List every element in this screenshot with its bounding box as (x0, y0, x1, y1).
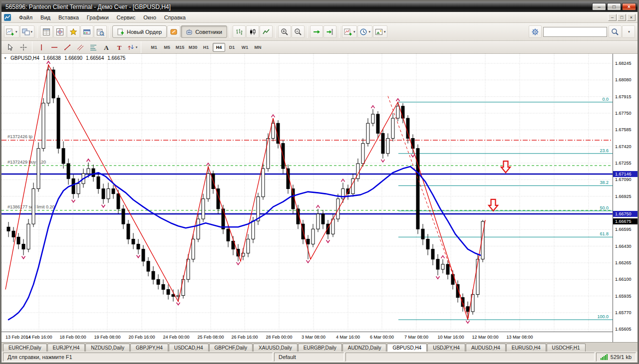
price-tick-label: 1.67915 (615, 94, 632, 99)
chart-tab-AUDUSD,H4[interactable]: AUDUSD,H4 (466, 344, 506, 352)
timeframe-M1-button[interactable]: M1 (148, 43, 160, 52)
market-watch-button[interactable] (40, 25, 53, 38)
chart-tab-USDJPY,H4[interactable]: USDJPY,H4 (427, 344, 465, 352)
crosshair-button[interactable] (17, 42, 29, 52)
timeframe-M5-button[interactable]: M5 (161, 43, 173, 52)
trendline-button[interactable] (61, 42, 73, 52)
strategy-tester-button[interactable] (94, 25, 107, 38)
timeframe-H1-button[interactable]: H1 (200, 43, 212, 52)
data-window-button[interactable] (53, 25, 66, 38)
chart-tab-AUDNZD,Daily[interactable]: AUDNZD,Daily (342, 344, 387, 352)
horizontal-line-button[interactable] (48, 42, 60, 52)
chart-tab-GBPJPY,H4[interactable]: GBPJPY,H4 (130, 344, 168, 352)
label-button[interactable]: T (113, 42, 125, 52)
new-order-button[interactable]: Новый Ордер (112, 25, 167, 38)
close-button[interactable]: × (622, 3, 636, 10)
arrows-tool-button[interactable] (126, 42, 138, 52)
chart-tab-XAUUSD,Daily[interactable]: XAUUSD,Daily (253, 344, 298, 352)
navigator-button[interactable] (67, 25, 80, 38)
price-tick-label: 1.68080 (615, 77, 632, 82)
price-tick-label: 1.65605 (615, 327, 632, 332)
timeframe-M15-button[interactable]: M15 (174, 43, 186, 52)
search-options-button[interactable] (622, 25, 635, 38)
chart-tab-EURGBP,Daily[interactable]: EURGBP,Daily (298, 344, 342, 352)
chart-tab-EURUSD,H4[interactable]: EURUSD,H4 (506, 344, 546, 352)
fractals-layer (22, 61, 470, 323)
chart-open-value: 1.66638 (43, 55, 61, 61)
timeframe-W1-button[interactable]: W1 (239, 43, 251, 52)
zoom-out-button[interactable] (292, 25, 305, 38)
settings-gear-button[interactable] (529, 25, 542, 38)
mdi-restore-button[interactable]: □ (618, 14, 626, 21)
chart-line-button[interactable] (260, 25, 273, 38)
price-axis[interactable]: 1.682451.680801.679151.677501.675851.674… (613, 54, 638, 342)
chart-candles-button[interactable] (246, 25, 259, 38)
fibonacci-layer: 0.023.638.250.061.8100.0 (398, 97, 613, 320)
svg-text:38.2: 38.2 (600, 180, 609, 185)
zoom-in-button[interactable] (278, 25, 291, 38)
auto-scroll-button[interactable] (310, 25, 323, 38)
chart-tab-GBPCHF,Daily[interactable]: GBPCHF,Daily (209, 344, 253, 352)
chart-symbol-label: GBPUSD,H4 (10, 55, 39, 61)
cursor-button[interactable] (4, 42, 16, 52)
advisors-button[interactable]: Советники (181, 25, 227, 38)
indicators-button[interactable] (342, 25, 357, 38)
chart-tab-NZDUSD,Daily[interactable]: NZDUSD,Daily (85, 344, 130, 352)
menu-item-Справка[interactable]: Справка (160, 13, 190, 22)
menu-bar: ФайлВидВставкаГрафикиСервисОкноСправка –… (1, 12, 638, 23)
terminal-panel-button[interactable] (80, 25, 93, 38)
text-button[interactable]: A (100, 42, 112, 52)
time-tick-label: 7 Mar 08:00 (404, 335, 428, 340)
svg-text:50.0: 50.0 (600, 205, 609, 210)
maximize-button[interactable]: □ (607, 3, 621, 10)
price-level-box: 1.66750 (613, 211, 638, 217)
arrows-tool-icon (127, 43, 135, 51)
minimize-button[interactable]: – (592, 3, 606, 10)
price-tick-label: 1.67420 (615, 144, 632, 149)
menu-item-Сервис[interactable]: Сервис (113, 13, 140, 22)
fibonacci-button[interactable] (87, 42, 99, 52)
timeframe-MN-button[interactable]: MN (252, 43, 264, 52)
timeframe-M30-button[interactable]: M30 (187, 43, 199, 52)
search-button[interactable] (609, 25, 622, 38)
timeframe-H4-button[interactable]: H4 (213, 43, 225, 52)
svg-text:0.0: 0.0 (602, 97, 609, 102)
chart-tab-EURJPY,H4[interactable]: EURJPY,H4 (47, 344, 85, 352)
menu-item-Файл[interactable]: Файл (15, 13, 36, 22)
chart-tab-USDCHF,H1[interactable]: USDCHF,H1 (547, 344, 586, 352)
timeframe-D1-button[interactable]: D1 (226, 43, 238, 52)
timeframe-group: M1M5M15M30H1H4D1W1MN (148, 43, 264, 52)
vertical-line-button[interactable] (35, 42, 47, 52)
chart-tab-GBPUSD,H4[interactable]: GBPUSD,H4 (387, 344, 427, 352)
new-chart-button[interactable] (4, 25, 19, 38)
chart-tab-EURCHF,Daily[interactable]: EURCHF,Daily (3, 344, 47, 352)
menu-item-Вставка[interactable]: Вставка (54, 13, 83, 22)
chart-area: 0.023.638.250.061.8100.0#1372426 tp#1372… (1, 54, 638, 342)
price-tick-label: 1.67750 (615, 111, 632, 116)
status-profile[interactable]: Default (274, 353, 344, 362)
chart-candles-icon (249, 28, 257, 36)
search-input[interactable] (543, 27, 607, 37)
chart-plot[interactable]: 0.023.638.250.061.8100.0#1372426 tp#1372… (1, 54, 613, 332)
chart-collapse-icon[interactable]: ▼ (3, 56, 7, 60)
time-axis[interactable]: 13 Feb 201414 Feb 16:0018 Feb 00:0019 Fe… (1, 332, 613, 342)
menu-item-Окно[interactable]: Окно (139, 13, 160, 22)
menu-item-Графики[interactable]: Графики (83, 13, 113, 22)
price-tick-label: 1.65935 (615, 294, 632, 299)
chart-shift-button[interactable] (323, 25, 336, 38)
window-title: 565896: Panteon Client Terminal - Демо С… (5, 3, 592, 10)
menu-item-Вид[interactable]: Вид (36, 13, 54, 22)
chart-bars-button[interactable] (233, 25, 246, 38)
mdi-close-button[interactable]: × (627, 14, 636, 21)
titlebar[interactable]: 565896: Panteon Client Terminal - Демо С… (1, 1, 638, 12)
channel-button[interactable] (74, 42, 86, 52)
mdi-minimize-button[interactable]: – (608, 14, 617, 21)
chart-tab-USDCAD,H4[interactable]: USDCAD,H4 (169, 344, 209, 352)
periods-button[interactable] (357, 25, 372, 38)
price-tick-label: 1.66265 (615, 260, 632, 265)
profiles-button[interactable] (20, 25, 35, 38)
vertical-line-icon (37, 43, 45, 51)
metaeditor-button[interactable] (167, 25, 180, 38)
candles-layer (7, 65, 484, 320)
templates-button[interactable] (373, 25, 388, 38)
